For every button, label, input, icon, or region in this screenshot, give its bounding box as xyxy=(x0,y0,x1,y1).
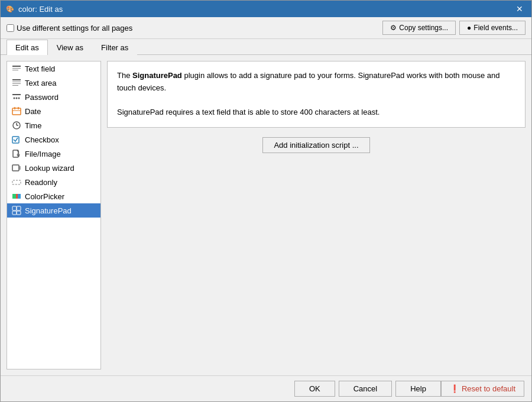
sidebar-item-fileimage[interactable]: File/Image xyxy=(7,147,100,161)
copy-settings-button[interactable]: ⚙ Copy settings... xyxy=(382,21,456,35)
action-area: Add initialization script ... xyxy=(107,132,525,158)
cancel-button[interactable]: Cancel xyxy=(339,381,392,397)
exclamation-icon: ❗ xyxy=(450,384,459,393)
sidebar-item-colorpicker[interactable]: ColorPicker xyxy=(7,189,100,203)
svg-rect-30 xyxy=(18,194,21,199)
title-bar: 🎨 color: Edit as ✕ xyxy=(1,1,531,17)
sidebar-item-textarea-label: Text area xyxy=(25,79,56,87)
lookup-icon xyxy=(12,163,21,173)
sidebar-item-password-label: Password xyxy=(25,93,59,102)
textfield-icon xyxy=(12,64,21,73)
date-icon xyxy=(12,106,21,116)
field-events-label: Field events... xyxy=(473,24,518,32)
close-button[interactable]: ✕ xyxy=(512,3,527,15)
sidebar: Text field Text area Password Date xyxy=(7,61,101,369)
svg-rect-28 xyxy=(12,194,16,199)
plugin-name: SignaturePad xyxy=(132,71,182,80)
svg-rect-27 xyxy=(12,180,21,184)
sidebar-item-date[interactable]: Date xyxy=(7,104,100,118)
sidebar-item-checkbox[interactable]: Checkbox xyxy=(7,132,100,147)
readonly-icon xyxy=(12,177,21,187)
sidebar-item-time-label: Time xyxy=(25,121,41,130)
signaturepad-icon xyxy=(12,206,21,215)
sidebar-item-textarea[interactable]: Text area xyxy=(7,76,100,90)
textarea-icon xyxy=(12,78,21,87)
add-initialization-script-button[interactable]: Add initialization script ... xyxy=(262,137,369,153)
svg-rect-5 xyxy=(12,83,21,84)
footer-right: ❗ Reset to default xyxy=(441,381,524,397)
footer: OK Cancel Help ❗ Reset to default xyxy=(1,375,531,401)
footer-center: OK Cancel Help xyxy=(294,381,441,397)
circle-icon: ● xyxy=(467,24,471,32)
field-events-button[interactable]: ● Field events... xyxy=(459,21,525,35)
title-bar-left: 🎨 color: Edit as xyxy=(5,4,63,14)
sidebar-item-lookup[interactable]: Lookup wizard xyxy=(7,161,100,175)
svg-point-10 xyxy=(18,98,20,99)
sidebar-item-checkbox-label: Checkbox xyxy=(25,135,59,144)
ok-button[interactable]: OK xyxy=(294,381,335,397)
window-title: color: Edit as xyxy=(18,5,63,14)
file-icon xyxy=(12,149,21,158)
main-window: 🎨 color: Edit as ✕ Use different setting… xyxy=(0,0,532,402)
tab-filter-as[interactable]: Filter as xyxy=(92,40,137,55)
checkbox-icon xyxy=(12,135,21,144)
password-icon xyxy=(12,92,21,102)
toolbar: Use different settings for all pages ⚙ C… xyxy=(1,17,531,39)
sidebar-item-colorpicker-label: ColorPicker xyxy=(25,192,64,201)
svg-rect-2 xyxy=(12,70,18,70)
sidebar-item-textfield[interactable]: Text field xyxy=(7,61,100,76)
sidebar-item-signaturepad[interactable]: SignaturePad xyxy=(7,203,100,218)
tab-view-as[interactable]: View as xyxy=(48,40,92,55)
info-paragraph-1: The SignaturePad plugin allows to add a … xyxy=(117,70,515,95)
gear-icon: ⚙ xyxy=(390,24,397,32)
svg-point-8 xyxy=(14,98,15,99)
main-panel: The SignaturePad plugin allows to add a … xyxy=(107,61,525,369)
sidebar-item-password[interactable]: Password xyxy=(7,90,100,104)
svg-rect-3 xyxy=(12,79,21,80)
svg-rect-23 xyxy=(12,165,19,171)
window-icon: 🎨 xyxy=(5,4,15,14)
sidebar-item-time[interactable]: Time xyxy=(7,118,100,132)
reset-to-default-button[interactable]: ❗ Reset to default xyxy=(441,381,524,397)
svg-rect-29 xyxy=(16,194,18,199)
colorpicker-icon xyxy=(12,192,21,201)
toolbar-right: ⚙ Copy settings... ● Field events... xyxy=(382,21,525,35)
svg-rect-32 xyxy=(17,206,21,210)
info-paragraph-2: SignaturePad requires a text field that … xyxy=(117,106,515,119)
svg-rect-31 xyxy=(12,206,17,210)
info-box: The SignaturePad plugin allows to add a … xyxy=(107,61,525,128)
sidebar-item-lookup-label: Lookup wizard xyxy=(25,164,74,173)
different-settings-text: Use different settings for all pages xyxy=(17,24,132,33)
sidebar-item-readonly-label: Readonly xyxy=(25,178,57,187)
tab-edit-as-label: Edit as xyxy=(15,43,39,52)
svg-rect-1 xyxy=(12,68,21,69)
sidebar-item-date-label: Date xyxy=(25,107,41,116)
time-icon xyxy=(12,121,21,130)
svg-rect-33 xyxy=(12,211,17,215)
svg-rect-4 xyxy=(12,82,21,82)
sidebar-item-fileimage-label: File/Image xyxy=(25,150,61,158)
sidebar-item-textfield-label: Text field xyxy=(25,64,55,73)
toolbar-left: Use different settings for all pages xyxy=(7,24,132,33)
svg-rect-7 xyxy=(12,94,21,95)
tab-edit-as[interactable]: Edit as xyxy=(7,40,48,55)
tab-filter-as-label: Filter as xyxy=(101,43,128,52)
different-settings-checkbox[interactable] xyxy=(7,24,14,32)
svg-rect-6 xyxy=(12,85,18,86)
copy-settings-label: Copy settings... xyxy=(399,24,448,32)
help-button[interactable]: Help xyxy=(395,381,441,397)
reset-label: Reset to default xyxy=(462,384,515,393)
different-settings-label[interactable]: Use different settings for all pages xyxy=(7,24,132,33)
svg-rect-11 xyxy=(12,108,21,115)
tabs-bar: Edit as View as Filter as xyxy=(1,39,531,55)
svg-point-9 xyxy=(16,98,18,99)
svg-rect-34 xyxy=(17,211,21,215)
sidebar-item-signaturepad-label: SignaturePad xyxy=(25,206,72,215)
content-area: Text field Text area Password Date xyxy=(1,55,531,375)
tab-view-as-label: View as xyxy=(57,43,83,52)
svg-rect-0 xyxy=(12,66,21,67)
sidebar-item-readonly[interactable]: Readonly xyxy=(7,175,100,189)
